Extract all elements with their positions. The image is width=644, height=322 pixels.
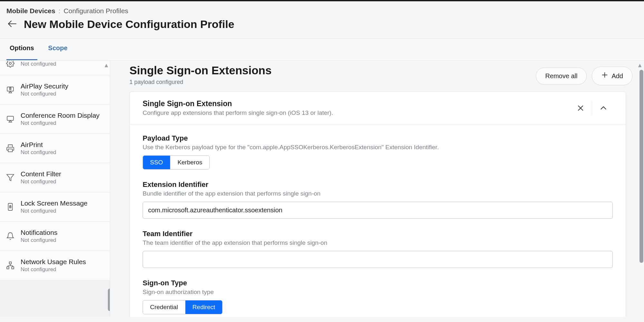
sidebar-item-partial[interactable]: Not configured	[0, 61, 110, 75]
svg-marker-3	[9, 91, 12, 93]
plus-icon	[601, 71, 608, 80]
breadcrumb: Mobile Devices : Configuration Profiles	[0, 1, 644, 17]
scroll-up-icon[interactable]: ▲	[103, 62, 109, 69]
field-extension-identifier: Extension Identifier Bundle identifier o…	[143, 180, 613, 219]
phone-lock-icon	[6, 202, 15, 211]
svg-rect-4	[10, 88, 11, 90]
sidebar-item-label: Conference Room Display	[21, 112, 99, 119]
content-scroll-thumb[interactable]	[639, 70, 643, 263]
display-icon	[6, 115, 15, 124]
tab-options[interactable]: Options	[10, 38, 34, 61]
breadcrumb-root[interactable]: Mobile Devices	[6, 7, 55, 15]
sidebar[interactable]: ▲ Not configured AirPlay Security Not co…	[0, 61, 110, 317]
tab-scope[interactable]: Scope	[48, 38, 68, 61]
field-label: Sign-on Type	[143, 279, 613, 287]
field-desc: Sign-on authorization type	[143, 289, 613, 296]
sidebar-item-status: Not configured	[21, 208, 88, 214]
page-title: New Mobile Device Configuration Profile	[24, 18, 234, 31]
back-arrow-icon[interactable]	[8, 20, 17, 29]
card-title: Single Sign-on Extension	[143, 99, 571, 108]
add-button[interactable]: Add	[592, 67, 632, 85]
field-payload-type: Payload Type Use the Kerberos payload ty…	[143, 134, 613, 170]
gear-icon	[6, 61, 15, 68]
sidebar-item-label: Network Usage Rules	[21, 258, 86, 266]
payload-type-kerberos[interactable]: Kerberos	[170, 156, 209, 169]
sidebar-item-label: Notifications	[21, 229, 57, 236]
field-team-identifier: Team Identifier The team identifier of t…	[143, 230, 613, 268]
field-label: Extension Identifier	[143, 180, 613, 189]
section-subtitle: 1 payload configured	[129, 79, 271, 86]
field-label: Payload Type	[143, 134, 613, 143]
extension-identifier-input[interactable]	[143, 202, 613, 219]
svg-rect-5	[7, 116, 14, 120]
field-desc: Bundle identifier of the app extension t…	[143, 190, 613, 197]
sidebar-item-label: Content Filter	[21, 170, 61, 178]
tab-strip: Options Scope	[0, 38, 644, 61]
payload-card: Single Sign-on Extension Configure app e…	[129, 91, 626, 317]
signon-type-segmented: Credential Redirect	[143, 300, 223, 314]
sidebar-item-label: AirPlay Security	[21, 82, 68, 90]
signon-type-credential[interactable]: Credential	[143, 300, 185, 314]
content-scroll-up-icon[interactable]: ▲	[637, 62, 643, 69]
bell-icon	[6, 232, 15, 241]
network-icon	[6, 261, 15, 270]
sidebar-item-airplay-security[interactable]: AirPlay Security Not configured	[0, 75, 110, 105]
breadcrumb-sep: :	[59, 7, 61, 15]
remove-all-label: Remove all	[545, 72, 577, 80]
remove-all-button[interactable]: Remove all	[536, 68, 587, 85]
filter-icon	[6, 173, 15, 182]
divider	[592, 101, 592, 115]
close-icon[interactable]	[571, 100, 590, 116]
field-desc: Use the Kerberos payload type for the "c…	[143, 144, 613, 151]
svg-rect-7	[8, 149, 13, 152]
sidebar-item-content-filter[interactable]: Content Filter Not configured	[0, 163, 110, 192]
sidebar-item-status: Not configured	[21, 120, 99, 126]
sidebar-item-label: Lock Screen Message	[21, 199, 88, 207]
section-title: Single Sign-on Extensions	[129, 64, 271, 77]
payload-type-segmented: SSO Kerberos	[143, 155, 210, 170]
field-signon-type: Sign-on Type Sign-on authorization type …	[143, 279, 613, 314]
sidebar-item-notifications[interactable]: Notifications Not configured	[0, 222, 110, 251]
sidebar-item-status: Not configured	[21, 266, 86, 273]
sidebar-item-label: AirPrint	[21, 141, 56, 149]
field-label: Team Identifier	[143, 230, 613, 238]
svg-rect-9	[8, 203, 13, 210]
sidebar-item-status: Not configured	[21, 179, 61, 185]
svg-point-1	[9, 62, 12, 65]
chevron-up-icon[interactable]	[594, 100, 613, 116]
sidebar-scroll-thumb[interactable]	[108, 289, 110, 311]
sidebar-item-status: Not configured	[21, 149, 56, 156]
signon-type-redirect[interactable]: Redirect	[185, 300, 223, 314]
sidebar-item-lock-screen[interactable]: Lock Screen Message Not configured	[0, 192, 110, 222]
card-desc: Configure app extensions that perform si…	[143, 109, 571, 116]
svg-rect-10	[10, 207, 11, 208]
sidebar-item-airprint[interactable]: AirPrint Not configured	[0, 134, 110, 163]
sidebar-item-status: Not configured	[21, 61, 56, 67]
sidebar-item-status: Not configured	[21, 237, 57, 244]
svg-rect-13	[12, 267, 14, 269]
svg-rect-11	[9, 262, 12, 264]
sidebar-item-status: Not configured	[21, 91, 68, 97]
airplay-lock-icon	[6, 85, 15, 94]
field-desc: The team identifier of the app extension…	[143, 239, 613, 246]
svg-marker-8	[7, 174, 14, 181]
payload-type-sso[interactable]: SSO	[143, 156, 170, 169]
sidebar-item-network-usage[interactable]: Network Usage Rules Not configured	[0, 251, 110, 280]
content-area: ▲ Single Sign-on Extensions 1 payload co…	[110, 61, 644, 317]
breadcrumb-current[interactable]: Configuration Profiles	[64, 7, 128, 15]
team-identifier-input[interactable]	[143, 251, 613, 268]
svg-marker-6	[9, 120, 12, 122]
svg-rect-2	[7, 87, 14, 91]
printer-icon	[6, 144, 15, 153]
sidebar-item-conference-room[interactable]: Conference Room Display Not configured	[0, 105, 110, 134]
svg-rect-12	[7, 267, 9, 269]
add-label: Add	[611, 72, 623, 80]
